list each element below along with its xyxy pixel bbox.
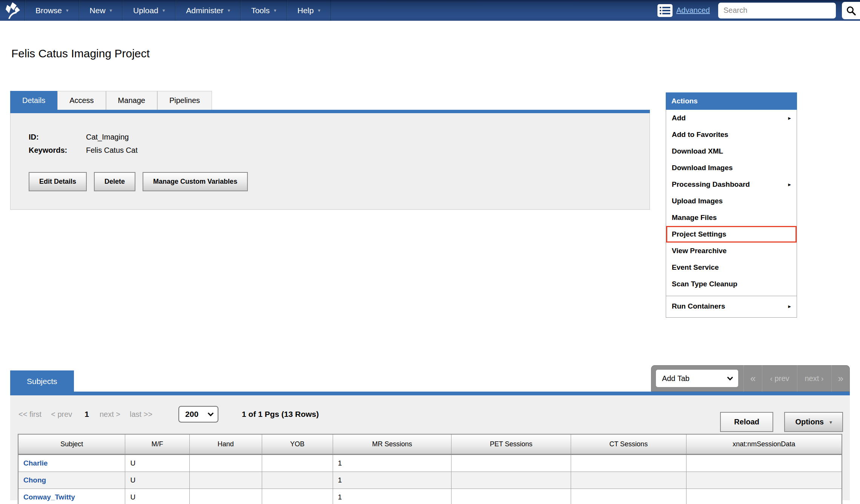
nav-menu-label: Upload <box>133 6 158 15</box>
nav-menu-label: Browse <box>35 6 62 15</box>
column-header-hand[interactable]: Hand <box>189 434 262 455</box>
advanced-link[interactable]: Advanced <box>676 6 710 15</box>
data-cell <box>571 455 686 472</box>
action-upload-images[interactable]: Upload Images <box>666 193 797 209</box>
action-download-xml[interactable]: Download XML <box>666 143 797 160</box>
table-row: CharlieU1 <box>18 455 842 472</box>
nav-menu-new[interactable]: New▾ <box>79 0 123 21</box>
action-add-to-favorites[interactable]: Add to Favorites <box>666 126 797 143</box>
page-size-select[interactable]: 200 <box>178 406 218 423</box>
edit-details-button[interactable]: Edit Details <box>29 172 87 191</box>
chevron-down-icon <box>208 410 214 416</box>
data-cell: U <box>125 472 189 489</box>
subject-link[interactable]: Conway_Twitty <box>23 493 75 501</box>
details-buttons: Edit DetailsDeleteManage Custom Variable… <box>29 172 650 191</box>
tab-pager-prev-button[interactable]: ‹ prev <box>762 365 797 392</box>
column-header-xnat-nmsessiondata[interactable]: xnat:nmSessionData <box>686 434 842 455</box>
action-label: Event Service <box>672 263 719 272</box>
table-header-row: SubjectM/FHandYOBMR SessionsPET Sessions… <box>18 434 842 455</box>
search-input[interactable] <box>718 3 836 18</box>
nav-menu-help[interactable]: Help▾ <box>287 0 331 21</box>
action-processing-dashboard[interactable]: Processing Dashboard▸ <box>666 176 797 193</box>
action-run-containers[interactable]: Run Containers▸ <box>666 296 797 316</box>
chevron-down-icon: ▾ <box>829 419 832 425</box>
action-event-service[interactable]: Event Service <box>666 259 797 276</box>
action-download-images[interactable]: Download Images <box>666 160 797 176</box>
xnat-logo[interactable] <box>0 0 25 21</box>
nav-menu-browse[interactable]: Browse▾ <box>25 0 79 21</box>
chevron-down-icon: ▾ <box>163 8 165 13</box>
data-cell <box>452 455 571 472</box>
advanced-search[interactable]: Advanced <box>657 4 710 17</box>
manage-custom-variables-button[interactable]: Manage Custom Variables <box>143 172 248 191</box>
page-first-link[interactable]: << first <box>18 410 41 419</box>
subjects-accent-strip <box>10 392 850 395</box>
column-header-ct-sessions[interactable]: CT Sessions <box>571 434 686 455</box>
data-cell: 1 <box>333 472 451 489</box>
action-project-settings[interactable]: Project Settings <box>666 226 797 243</box>
action-label: View Prearchive <box>672 247 726 255</box>
subjects-table: SubjectM/FHandYOBMR SessionsPET Sessions… <box>18 434 842 504</box>
action-add[interactable]: Add▸ <box>666 110 797 126</box>
data-cell <box>452 489 571 504</box>
options-button[interactable]: Options ▾ <box>784 412 843 432</box>
search-icon <box>846 6 856 15</box>
tab-pager-first-button[interactable]: « <box>743 365 762 392</box>
page-next-link[interactable]: next > <box>100 410 120 419</box>
detail-field-id: ID:Cat_Imaging <box>29 133 650 141</box>
data-cell <box>571 489 686 504</box>
nav-menu-administer[interactable]: Administer▾ <box>175 0 241 21</box>
add-tab-select[interactable]: Add Tab <box>656 370 738 387</box>
chevron-right-icon: ▸ <box>788 181 791 188</box>
table-row: ChongU1 <box>18 472 842 489</box>
action-label: Add <box>672 114 686 122</box>
column-header-subject[interactable]: Subject <box>18 434 125 455</box>
tab-details[interactable]: Details <box>10 91 57 110</box>
chevron-down-icon: ▾ <box>318 8 321 13</box>
project-tabs: DetailsAccessManagePipelines <box>10 91 650 110</box>
data-cell <box>262 489 333 504</box>
page-prev-link[interactable]: < prev <box>51 410 72 419</box>
actions-menu: Add▸Add to FavoritesDownload XMLDownload… <box>666 110 797 318</box>
action-label: Manage Files <box>672 214 717 222</box>
tab-manage[interactable]: Manage <box>106 91 157 110</box>
chevron-right-icon: ▸ <box>788 303 791 310</box>
navbar-right: Advanced <box>657 0 860 21</box>
nav-menu-upload[interactable]: Upload▾ <box>123 0 175 21</box>
tab-pager-last-button[interactable]: » <box>831 365 850 392</box>
subjects-panel: << first < prev 1 next > last >> 200 1 o… <box>10 395 850 500</box>
data-cell <box>262 472 333 489</box>
page-size-value: 200 <box>185 410 198 419</box>
options-button-label: Options <box>795 418 824 426</box>
nav-menu-label: Administer <box>186 6 223 15</box>
subject-link[interactable]: Charlie <box>23 459 48 467</box>
action-label: Run Containers <box>672 302 725 310</box>
action-manage-files[interactable]: Manage Files <box>666 209 797 226</box>
add-tab-toolbar: Add Tab « ‹ prev next › » <box>651 365 850 392</box>
nav-menus: Browse▾New▾Upload▾Administer▾Tools▾Help▾ <box>25 0 331 21</box>
tab-pipelines[interactable]: Pipelines <box>157 91 212 110</box>
tab-subjects[interactable]: Subjects <box>10 370 74 392</box>
column-header-yob[interactable]: YOB <box>262 434 333 455</box>
detail-field-keywords: Keywords:Felis Catus Cat <box>29 146 650 155</box>
data-cell <box>189 472 262 489</box>
delete-button[interactable]: Delete <box>94 172 135 191</box>
column-header-m-f[interactable]: M/F <box>125 434 189 455</box>
nav-menu-tools[interactable]: Tools▾ <box>241 0 287 21</box>
tab-pager-next-button[interactable]: next › <box>797 365 831 392</box>
details-panel: ID:Cat_ImagingKeywords:Felis Catus Cat E… <box>10 113 650 210</box>
chevron-right-icon: ▸ <box>788 115 791 121</box>
column-header-pet-sessions[interactable]: PET Sessions <box>452 434 571 455</box>
subjects-section: Subjects Add Tab « ‹ prev next › » << fi… <box>10 365 850 500</box>
data-cell: U <box>125 489 189 504</box>
action-view-prearchive[interactable]: View Prearchive <box>666 243 797 259</box>
tab-access[interactable]: Access <box>57 91 106 110</box>
data-cell <box>189 489 262 504</box>
subject-link[interactable]: Chong <box>23 476 46 484</box>
subject-cell: Charlie <box>18 455 125 472</box>
action-scan-type-cleanup[interactable]: Scan Type Cleanup <box>666 276 797 292</box>
column-header-mr-sessions[interactable]: MR Sessions <box>333 434 451 455</box>
page-last-link[interactable]: last >> <box>130 410 152 419</box>
search-button[interactable] <box>842 2 860 19</box>
reload-button[interactable]: Reload <box>720 412 773 432</box>
